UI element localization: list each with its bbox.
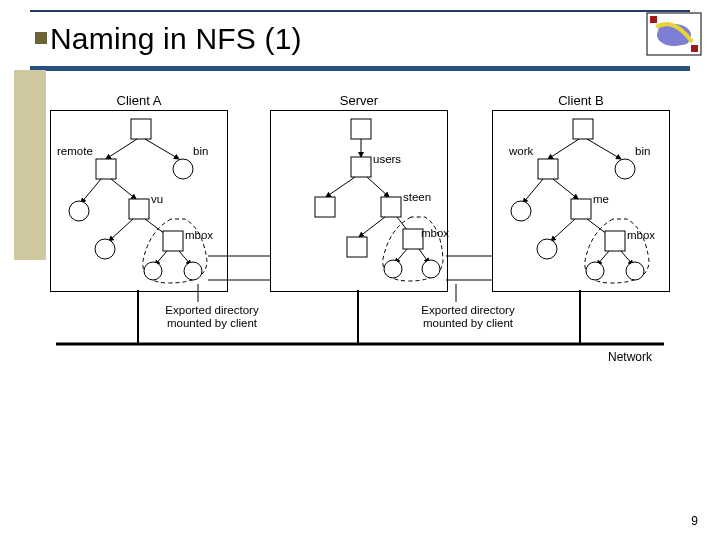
export-label-a: Exported directorymounted by client bbox=[152, 304, 272, 330]
svg-rect-2 bbox=[691, 45, 698, 52]
title-underline bbox=[30, 66, 690, 71]
diagram-figure: Client A bbox=[48, 92, 672, 402]
connectors-icon bbox=[48, 92, 672, 402]
svg-rect-1 bbox=[650, 16, 657, 23]
title-bullet bbox=[35, 32, 47, 44]
slide: Naming in NFS (1) 9 Client A bbox=[0, 0, 720, 540]
slide-title: Naming in NFS (1) bbox=[50, 22, 302, 56]
slide-logo-icon bbox=[646, 12, 702, 56]
network-label: Network bbox=[608, 350, 652, 364]
side-accent-block bbox=[14, 70, 46, 260]
page-number: 9 bbox=[691, 514, 698, 528]
top-rule bbox=[30, 10, 690, 12]
export-label-b: Exported directorymounted by client bbox=[408, 304, 528, 330]
